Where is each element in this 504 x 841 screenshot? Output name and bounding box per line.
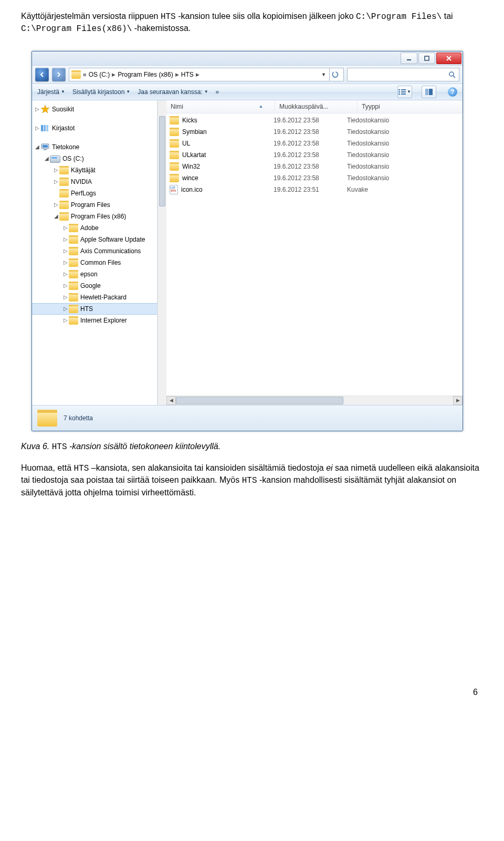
file-row[interactable]: Kicks19.6.2012 23:58Tiedostokansio [166, 115, 463, 126]
column-date-label: Muokkauspäivä... [279, 103, 328, 110]
tree-item[interactable]: ▷Apple Software Update [32, 234, 157, 245]
file-row[interactable]: wince19.6.2012 23:58Tiedostokansio [166, 172, 463, 184]
file-name: Symbian [182, 128, 207, 136]
scrollbar-thumb[interactable] [159, 116, 165, 206]
view-mode-button[interactable]: ▼ [397, 86, 412, 98]
scroll-left-button[interactable]: ◀ [166, 396, 176, 405]
tree-item[interactable]: ▷NVIDIA [32, 176, 157, 188]
tree-item[interactable]: ▷Kirjastot [32, 122, 157, 134]
tree-item-label: epson [80, 271, 98, 278]
tree-item[interactable]: ◢Program Files (x86) [32, 211, 157, 222]
icon-file-icon [170, 185, 178, 194]
close-button[interactable] [436, 53, 461, 64]
file-name: Win32 [182, 163, 200, 170]
file-row[interactable]: Win3219.6.2012 23:58Tiedostokansio [166, 161, 463, 172]
forward-button[interactable] [52, 68, 66, 81]
breadcrumb[interactable]: « OS (C:) ▶ Program Files (x86) ▶ HTS ▶ … [69, 68, 344, 81]
note-p2: –kansiota, sen alakansioita tai kansioid… [89, 463, 326, 472]
note-p1: Huomaa, että [21, 463, 74, 472]
file-type: Tiedostokansio [347, 174, 463, 182]
window-titlebar [32, 51, 463, 66]
share-button[interactable]: Jaa seuraavan kanssa: ▼ [138, 88, 208, 96]
tree-item[interactable]: ▷Käyttäjät [32, 164, 157, 176]
disclosure-icon[interactable]: ◢ [34, 144, 40, 150]
disclosure-icon[interactable]: ▷ [34, 106, 40, 112]
disclosure-icon[interactable]: ▷ [62, 317, 69, 323]
tree-item[interactable]: ▷Adobe [32, 222, 157, 234]
svg-rect-18 [44, 149, 47, 150]
column-type[interactable]: Tyyppi [358, 100, 463, 113]
folder-icon [170, 151, 179, 159]
file-row[interactable]: Symbian19.6.2012 23:58Tiedostokansio [166, 126, 463, 138]
horizontal-scrollbar[interactable]: ◀ ▶ [166, 396, 463, 405]
tree-item-label: Common Files [80, 259, 121, 266]
breadcrumb-item-1[interactable]: Program Files (x86) [118, 71, 173, 78]
chevron-down-icon[interactable]: ▼ [321, 72, 326, 77]
organize-label: Järjestä [37, 88, 59, 96]
disclosure-icon[interactable]: ▷ [62, 236, 69, 242]
preview-pane-button[interactable] [422, 86, 436, 98]
folder-icon [69, 224, 78, 232]
disclosure-icon[interactable]: ▷ [53, 167, 59, 173]
file-row[interactable]: icon.ico19.6.2012 23:51Kuvake [166, 184, 463, 195]
tree-item[interactable]: ◢OS (C:) [32, 153, 157, 164]
svg-rect-1 [425, 56, 429, 60]
include-library-button[interactable]: Sisällytä kirjastoon ▼ [72, 88, 130, 96]
back-button[interactable] [35, 68, 49, 81]
maximize-button[interactable] [418, 53, 435, 64]
disclosure-icon[interactable]: ▷ [62, 306, 69, 312]
tree-item[interactable]: PerfLogs [32, 188, 157, 199]
vertical-scrollbar[interactable] [158, 100, 166, 405]
file-date: 19.6.2012 23:58 [274, 140, 347, 147]
tree-item[interactable]: ▷Common Files [32, 257, 157, 268]
tree-item[interactable]: ▷Hewlett-Packard [32, 292, 157, 303]
disclosure-icon[interactable]: ▷ [62, 259, 69, 265]
disclosure-icon[interactable]: ▷ [53, 179, 59, 184]
disclosure-icon[interactable]: ▷ [34, 125, 40, 131]
column-name[interactable]: Nimi▲ [166, 100, 275, 113]
scroll-right-button[interactable]: ▶ [453, 396, 463, 405]
svg-rect-14 [44, 125, 46, 131]
column-date[interactable]: Muokkauspäivä... [275, 100, 358, 113]
tree-item[interactable]: ▷Axis Communications [32, 245, 157, 257]
disclosure-icon[interactable]: ▷ [62, 283, 69, 288]
disclosure-icon[interactable]: ▷ [62, 271, 69, 277]
drive-icon [50, 155, 60, 163]
intro-code-2: C:\Program Files\ [356, 12, 442, 22]
tree-item-label: Käyttäjät [71, 167, 96, 174]
tree-item[interactable]: ▷HTS [32, 303, 157, 315]
more-button[interactable]: » [216, 88, 219, 96]
tree-view[interactable]: ▷Suosikit▷Kirjastot◢Tietokone◢OS (C:)▷Kä… [32, 100, 158, 405]
chevron-right-icon: ▶ [175, 72, 179, 77]
tree-item[interactable]: ▷Internet Explorer [32, 315, 157, 326]
file-row[interactable]: UL19.6.2012 23:58Tiedostokansio [166, 138, 463, 149]
minimize-button[interactable] [401, 53, 417, 64]
refresh-button[interactable] [329, 68, 341, 81]
column-name-label: Nimi [171, 103, 183, 110]
disclosure-icon[interactable]: ▷ [62, 248, 69, 254]
disclosure-icon[interactable]: ◢ [53, 213, 59, 219]
breadcrumb-item-2[interactable]: HTS [181, 71, 194, 78]
disclosure-icon[interactable]: ▷ [53, 202, 59, 207]
tree-item[interactable]: ▷Google [32, 280, 157, 292]
disclosure-icon[interactable]: ◢ [44, 155, 50, 161]
tree-item[interactable]: ▷Suosikit [32, 103, 157, 115]
intro-code-1: HTS [161, 12, 176, 22]
folder-icon [69, 282, 78, 290]
breadcrumb-laquo: « [83, 71, 87, 78]
help-button[interactable]: ? [448, 87, 457, 97]
scrollbar-thumb[interactable] [176, 397, 343, 404]
search-input[interactable] [347, 68, 459, 81]
breadcrumb-item-0[interactable]: OS (C:) [89, 71, 110, 78]
tree-item-label: Axis Communications [80, 247, 141, 255]
disclosure-icon[interactable]: ▷ [62, 294, 69, 300]
svg-rect-0 [407, 59, 411, 60]
tree-item[interactable]: ◢Tietokone [32, 141, 157, 153]
tree-item[interactable]: ▷epson [32, 268, 157, 280]
tree-item-label: Suosikit [52, 106, 74, 113]
folder-icon [69, 235, 78, 244]
tree-item[interactable]: ▷Program Files [32, 199, 157, 211]
file-row[interactable]: ULkartat19.6.2012 23:58Tiedostokansio [166, 149, 463, 161]
organize-button[interactable]: Järjestä ▼ [37, 88, 65, 96]
disclosure-icon[interactable]: ▷ [62, 225, 69, 231]
